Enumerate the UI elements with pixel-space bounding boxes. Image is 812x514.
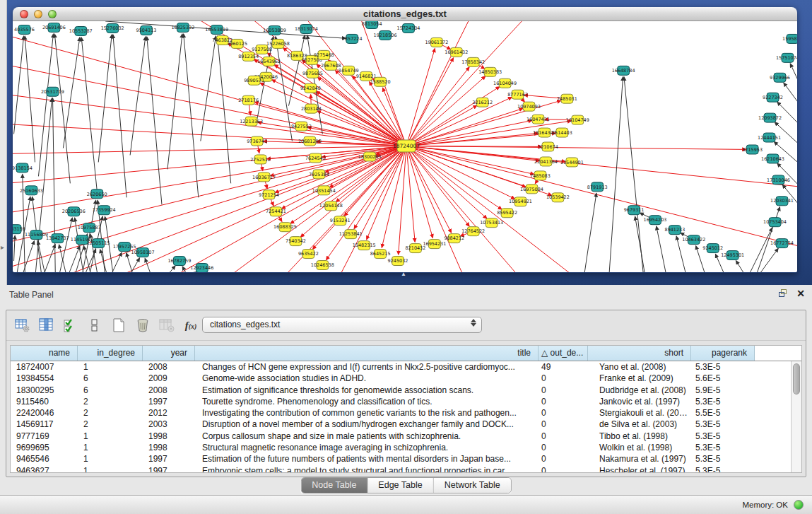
- network-edge[interactable]: [275, 146, 406, 193]
- table-panel: Table Panel ✕: [0, 285, 812, 495]
- table-row[interactable]: 911546021997Tourette syndrome. Phenomeno…: [11, 396, 791, 407]
- network-edge[interactable]: [58, 218, 72, 272]
- table-cell: 5.5E-5: [691, 407, 755, 419]
- table-cell: Tourette syndrome. Phenomenology and cla…: [195, 396, 539, 407]
- vertical-scrollbar[interactable]: [791, 361, 801, 472]
- network-node-label: 9245032: [388, 258, 408, 264]
- table-row[interactable]: 2242004622012Investigating the contribut…: [11, 407, 791, 419]
- network-node-label: 10974093: [517, 104, 541, 110]
- network-edge[interactable]: [736, 261, 743, 272]
- network-edge[interactable]: [167, 34, 182, 170]
- table-row[interactable]: 1830029562008Estimation of significance …: [11, 385, 791, 396]
- tab-network-table[interactable]: Network Table: [434, 478, 511, 493]
- network-node-label: 12444151: [758, 135, 781, 141]
- float-window-icon[interactable]: [779, 289, 788, 298]
- rows-icon[interactable]: [84, 315, 105, 335]
- network-graph[interactable]: 1872400715226058912750889123549960125746…: [13, 21, 797, 272]
- table-tabbar: Node TableEdge TableNetwork Table: [300, 477, 511, 493]
- tab-node-table[interactable]: Node Table: [301, 478, 367, 493]
- network-edge[interactable]: [635, 216, 645, 272]
- network-edge[interactable]: [406, 146, 487, 219]
- tab-edge-table[interactable]: Edge Table: [367, 478, 433, 493]
- table-row[interactable]: 1872400712008Changes of HCN gene express…: [11, 361, 791, 373]
- network-edge[interactable]: [584, 193, 596, 272]
- row-select-check-icon[interactable]: [60, 315, 81, 335]
- network-edge[interactable]: [184, 34, 199, 197]
- table-selector-dropdown[interactable]: citations_edges.txt: [202, 317, 482, 333]
- network-edge[interactable]: [35, 98, 52, 272]
- column-header-short[interactable]: short: [588, 346, 691, 361]
- attribute-table: namein_degreeyeartitle△ out_de...shortpa…: [10, 345, 802, 473]
- memory-ok-indicator[interactable]: [794, 500, 804, 510]
- network-edge[interactable]: [609, 77, 623, 272]
- table-settings-icon[interactable]: [12, 315, 33, 335]
- splitter-arrow-icon[interactable]: ▲: [401, 271, 406, 277]
- network-edge[interactable]: [13, 146, 406, 154]
- network-node-label: 9275468: [314, 52, 334, 58]
- network-edge[interactable]: [81, 37, 97, 190]
- network-edge[interactable]: [790, 64, 797, 88]
- network-node-label: 15724304: [397, 25, 420, 31]
- network-edge[interactable]: [784, 83, 797, 107]
- scrollbar-thumb[interactable]: [793, 363, 800, 395]
- column-header-year[interactable]: year: [143, 346, 195, 361]
- network-edge[interactable]: [147, 37, 162, 204]
- dropdown-arrows-icon: [471, 319, 476, 327]
- network-canvas[interactable]: 1872400715226058912750889123549960125746…: [13, 21, 797, 272]
- status-bar: Memory: OK: [0, 495, 812, 514]
- network-edge[interactable]: [98, 35, 112, 163]
- network-edge[interactable]: [66, 245, 80, 272]
- network-edge[interactable]: [406, 146, 514, 199]
- network-edge[interactable]: [54, 34, 70, 183]
- network-edge[interactable]: [406, 67, 469, 146]
- table-row[interactable]: 946554611997Estimation of the future num…: [11, 453, 791, 465]
- table-cell: Structural magnetic resonance image aver…: [195, 442, 539, 453]
- table-row[interactable]: 977716911998Corpus callosum shape and si…: [11, 431, 791, 442]
- network-edge[interactable]: [14, 235, 16, 261]
- network-edge[interactable]: [14, 36, 24, 134]
- table-row[interactable]: 946362711997Embryonic stem cells: a mode…: [11, 465, 791, 472]
- table-cell: 19384554: [11, 373, 78, 384]
- network-edge[interactable]: [21, 241, 35, 272]
- network-window-titlebar[interactable]: citations_edges.txt: [13, 7, 797, 21]
- new-table-icon[interactable]: [108, 315, 129, 335]
- network-edge[interactable]: [164, 266, 175, 272]
- column-header-name[interactable]: name: [11, 346, 78, 361]
- network-node-label: 16772754: [770, 240, 794, 246]
- network-node-label: 13942737: [46, 235, 69, 241]
- table-cell: 9777169: [11, 431, 78, 442]
- network-edge[interactable]: [25, 36, 35, 163]
- network-node-label: 18313074: [295, 26, 318, 32]
- collapsed-panel-arrow-icon[interactable]: ▸: [1, 243, 4, 251]
- column-header-out_de[interactable]: △ out_de...: [539, 346, 588, 361]
- network-edge[interactable]: [53, 98, 56, 272]
- network-edge[interactable]: [187, 271, 197, 272]
- network-edge[interactable]: [761, 248, 779, 272]
- close-panel-icon[interactable]: ✕: [796, 289, 805, 298]
- column-visibility-icon[interactable]: [36, 315, 57, 335]
- network-edge[interactable]: [201, 36, 216, 141]
- network-edge[interactable]: [370, 82, 406, 146]
- table-row[interactable]: 1938455462009Genome-wide association stu…: [11, 373, 791, 384]
- network-edge[interactable]: [406, 146, 502, 210]
- network-edge[interactable]: [406, 146, 746, 150]
- network-edge[interactable]: [109, 252, 122, 272]
- network-edge[interactable]: [130, 37, 146, 156]
- function-builder-icon[interactable]: f(x): [180, 315, 201, 335]
- network-edge[interactable]: [406, 97, 512, 146]
- column-header-pagerank[interactable]: pagerank: [691, 346, 755, 361]
- network-edge[interactable]: [406, 120, 532, 146]
- table-row[interactable]: 1456911722003Disruption of a novel membe…: [11, 419, 791, 430]
- network-edge[interactable]: [63, 37, 80, 148]
- network-edge[interactable]: [145, 259, 153, 272]
- network-edge[interactable]: [657, 226, 666, 272]
- network-node-label: 16975084: [520, 187, 543, 192]
- network-edge[interactable]: [13, 146, 406, 243]
- network-node-label: 10463422: [682, 237, 705, 243]
- network-node-label: 15482315: [353, 243, 376, 248]
- column-header-in_degree[interactable]: in_degree: [78, 346, 143, 361]
- column-header-title[interactable]: title: [195, 346, 539, 361]
- delete-trash-icon[interactable]: [132, 315, 153, 335]
- network-edge[interactable]: [624, 77, 643, 272]
- table-row[interactable]: 969969511998Structural magnetic resonanc…: [11, 442, 791, 453]
